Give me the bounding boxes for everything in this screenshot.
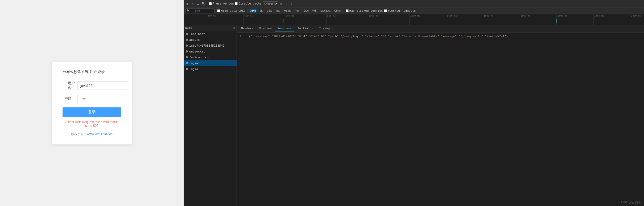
stop-icon[interactable]: ● (185, 2, 189, 6)
login-button[interactable]: 登录 (63, 107, 121, 117)
preserve-log-group: Preserve log (209, 2, 234, 5)
ws-filter-btn[interactable]: WS (311, 9, 318, 13)
login-title: 分布式秒杀系统-用户登录 (63, 70, 121, 74)
ruler-mark-2200: 2200 ms (593, 14, 604, 25)
ruler-mark-1000: 1000 ms (368, 14, 379, 25)
search-icon[interactable]: 🔍 (201, 2, 205, 6)
filter-icon2: 🔍 (187, 9, 190, 12)
upload-icon[interactable]: ⇧ (284, 2, 289, 6)
login-panel: 分布式秒杀系统-用户登录 用户名： 密码： 登录 AxiosError: Req… (0, 0, 184, 206)
devtools-toolbar2: 🔍 Hide data URLs XHR JS CSS Img Media Fo… (184, 7, 644, 14)
file-item-favicon[interactable]: favicon.ico (184, 54, 237, 60)
password-input[interactable] (77, 95, 128, 103)
file-name-info: info?t=1705545165542 (189, 44, 224, 47)
manifest-filter-btn[interactable]: Manifest (319, 9, 332, 13)
js-filter-btn[interactable]: JS (258, 9, 264, 13)
clear-icon[interactable]: △ (191, 2, 195, 6)
separator3 (344, 9, 344, 13)
file-name-login2: login (189, 67, 198, 71)
font-filter-btn[interactable]: Font (294, 9, 302, 13)
ruler-mark-2000: 2000 ms (556, 14, 567, 25)
line-number-1: 1 (240, 34, 244, 39)
disable-cache-label: Disable cache (238, 2, 261, 5)
file-item-localhost[interactable]: localhost (184, 31, 237, 37)
error-message: AxiosError: Request failed with status c… (63, 120, 121, 128)
ruler-mark-1800: 1800 ms (520, 14, 531, 25)
doc-filter-btn[interactable]: Doc (303, 9, 310, 13)
file-name-localhost: localhost (189, 32, 205, 36)
xhr-filter-btn[interactable]: XHR (249, 9, 257, 13)
file-dot-login-active (186, 62, 188, 64)
file-item-info[interactable]: info?t=1705545165542 (184, 43, 237, 49)
response-content: 1 {"timestamp":"2024-01-10T10:32:47.001+… (237, 33, 644, 206)
tab-timing[interactable]: Timing (316, 26, 332, 31)
css-filter-btn[interactable]: CSS (265, 9, 274, 13)
copyright: 版权所有：www.java1234.vip (63, 132, 121, 136)
file-dot-login2 (186, 68, 188, 70)
filter-icon[interactable]: ▲ (196, 2, 200, 6)
timeline-request-bar (283, 19, 283, 23)
response-panel: Headers Preview Response Initiator Timin… (237, 25, 644, 206)
file-name-appjs: app.js (189, 38, 200, 42)
hide-data-urls-label: Hide data URLs (221, 9, 246, 13)
close-file-list[interactable]: ✕ (233, 26, 235, 30)
response-json-text: {"timestamp":"2024-01-10T10:32:47.001+08… (249, 35, 508, 38)
ruler-mark-1600: 1600 ms (483, 14, 494, 25)
file-list: Name ✕ localhost app.js info?t=170554516… (184, 25, 237, 206)
file-name-login-active: login (189, 62, 198, 65)
blocked-req-group: Blocked Requests (384, 9, 416, 13)
settings-icon[interactable]: ⚙ (279, 2, 283, 6)
copyright-link[interactable]: www.java1234.vip (87, 132, 113, 136)
filter-input[interactable] (192, 9, 213, 13)
file-dot-localhost (186, 33, 188, 35)
img-filter-btn[interactable]: Img (274, 9, 282, 13)
timeline-request-bar2 (556, 19, 557, 23)
blocked-req-label: Blocked Requests (388, 9, 416, 13)
login-card: 分布式秒杀系统-用户登录 用户名： 密码： 登录 AxiosError: Req… (52, 62, 132, 144)
separator1 (207, 2, 207, 6)
file-dot-appjs (186, 39, 188, 41)
timeline-container: 200 ms 400 ms 600 ms 800 ms 1000 ms 1200… (184, 14, 644, 25)
file-dot-favicon (186, 56, 188, 58)
file-dot-info (186, 45, 188, 47)
file-item-appjs[interactable]: app.js (184, 37, 237, 43)
watermark: CSDN @九品印相 (621, 201, 641, 204)
timeline-indicator (285, 14, 285, 25)
username-row: 用户名： (63, 81, 121, 90)
file-dot-websocket (186, 50, 188, 52)
response-line-1: 1 {"timestamp":"2024-01-10T10:32:47.001+… (240, 34, 641, 39)
tab-headers[interactable]: Headers (238, 26, 256, 31)
file-item-login2[interactable]: login (184, 66, 237, 72)
ruler-mark-800: 800 ms (326, 14, 336, 25)
disable-cache-group: Disable cache (235, 2, 261, 5)
file-item-login-active[interactable]: login (184, 60, 237, 66)
has-blocked-group: Has blocked cookies (346, 9, 383, 13)
copyright-text: 版权所有： (71, 132, 87, 136)
ruler-mark-1400: 1400 ms (446, 14, 457, 25)
username-input[interactable] (77, 81, 128, 90)
separator2 (247, 9, 247, 13)
disable-cache-checkbox[interactable] (235, 2, 238, 5)
download-icon[interactable]: ⇩ (290, 2, 294, 6)
blocked-req-checkbox[interactable] (384, 9, 387, 12)
tab-initiator[interactable]: Initiator (295, 26, 316, 31)
ruler-mark-2400: 2400 ms (630, 14, 641, 25)
tab-preview[interactable]: Preview (257, 26, 274, 31)
name-column-header: Name (185, 26, 192, 30)
file-name-websocket: websocket (189, 50, 205, 53)
file-item-websocket[interactable]: websocket (184, 49, 237, 54)
has-blocked-label: Has blocked cookies (349, 9, 383, 13)
ruler-mark-600: 600 ms (285, 14, 295, 25)
ruler-mark-400: 400 ms (243, 14, 253, 25)
media-filter-btn[interactable]: Media (283, 9, 292, 13)
other-filter-btn[interactable]: Other (333, 9, 342, 13)
ruler-mark-200: 200 ms (207, 14, 216, 25)
preserve-log-label: Preserve log (213, 2, 234, 5)
hide-data-urls-group: Hide data URLs (217, 9, 246, 13)
file-name-favicon: favicon.ico (189, 56, 209, 59)
tab-response[interactable]: Response (275, 26, 294, 31)
has-blocked-checkbox[interactable] (346, 9, 349, 12)
preserve-log-checkbox[interactable] (209, 2, 212, 5)
network-throttle-select[interactable]: Online (263, 1, 278, 6)
hide-data-urls-checkbox[interactable] (217, 9, 220, 12)
